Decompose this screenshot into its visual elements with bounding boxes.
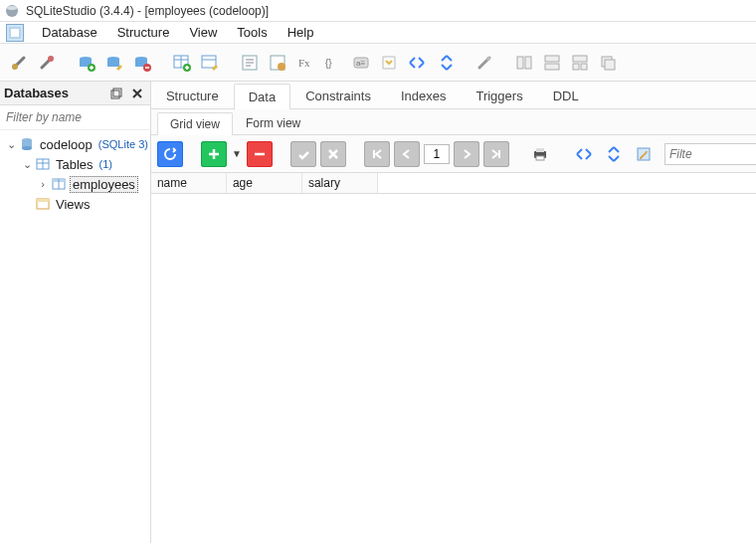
import-icon[interactable] xyxy=(376,50,402,76)
tile-vertical-icon[interactable] xyxy=(539,50,565,76)
open-sql-editor-icon[interactable] xyxy=(237,50,263,76)
svg-rect-36 xyxy=(605,60,615,70)
first-page-button[interactable] xyxy=(364,141,390,167)
database-tree[interactable]: ⌄ codeloop (SQLite 3) ⌄ Tables (1) › emp… xyxy=(0,130,150,543)
tab-ddl[interactable]: DDL xyxy=(538,83,594,108)
svg-rect-3 xyxy=(11,29,19,37)
tree-tables-count: (1) xyxy=(99,158,112,170)
populate-icon[interactable] xyxy=(631,141,657,167)
titlebar: SQLiteStudio (3.4.4) - [employees (codel… xyxy=(0,0,756,22)
sql-history-icon[interactable] xyxy=(265,50,290,76)
app-icon xyxy=(4,3,20,19)
databases-panel: Databases ⌄ codeloop (SQLite 3) ⌄ Tables… xyxy=(0,82,151,543)
svg-point-22 xyxy=(278,63,285,71)
new-table-icon[interactable] xyxy=(169,50,195,76)
menu-structure[interactable]: Structure xyxy=(107,23,180,42)
tree-tables-label: Tables xyxy=(54,157,95,172)
add-database-icon[interactable] xyxy=(74,50,99,76)
menubar: Database Structure View Tools Help xyxy=(0,22,756,44)
commit-button[interactable] xyxy=(290,141,316,167)
import-data-icon[interactable] xyxy=(601,141,627,167)
remove-database-icon[interactable] xyxy=(129,50,155,76)
tree-db-node[interactable]: ⌄ codeloop (SQLite 3) xyxy=(2,134,148,154)
menu-tools[interactable]: Tools xyxy=(227,23,277,42)
tree-table-label: employees xyxy=(70,176,138,193)
svg-rect-33 xyxy=(573,64,579,70)
edit-database-icon[interactable] xyxy=(101,50,127,76)
app-menu-icon[interactable] xyxy=(6,24,24,42)
column-header[interactable]: name xyxy=(151,173,227,193)
svg-point-4 xyxy=(12,64,18,70)
svg-point-41 xyxy=(22,146,32,150)
tab-data[interactable]: Data xyxy=(234,84,290,109)
svg-rect-49 xyxy=(37,199,49,202)
export-data-icon[interactable] xyxy=(571,141,597,167)
svg-rect-30 xyxy=(545,56,559,62)
page-number-input[interactable] xyxy=(424,144,450,164)
print-button[interactable] xyxy=(527,141,553,167)
rollback-button[interactable] xyxy=(320,141,346,167)
table-tabbar: Structure Data Constraints Indexes Trigg… xyxy=(151,82,756,109)
tree-tables-node[interactable]: ⌄ Tables (1) xyxy=(2,154,148,174)
svg-point-1 xyxy=(7,6,17,10)
tab-triggers[interactable]: Triggers xyxy=(461,83,537,108)
import-arrows-icon[interactable] xyxy=(432,50,458,76)
chevron-down-icon[interactable]: ⌄ xyxy=(4,138,18,151)
tab-constraints[interactable]: Constraints xyxy=(290,83,386,108)
svg-rect-52 xyxy=(536,156,544,160)
column-header[interactable]: age xyxy=(227,173,302,193)
export-arrows-icon[interactable] xyxy=(404,50,430,76)
data-filter-input[interactable] xyxy=(664,143,756,165)
prev-page-button[interactable] xyxy=(394,141,420,167)
data-toolbar: ▼ xyxy=(151,135,756,173)
tile-horizontal-icon[interactable] xyxy=(511,50,537,76)
blank-arrow xyxy=(20,198,34,210)
svg-rect-38 xyxy=(113,89,121,96)
disconnect-icon[interactable] xyxy=(34,50,60,76)
collation-editor-icon[interactable]: {} xyxy=(320,50,346,76)
cascade-icon[interactable] xyxy=(567,50,593,76)
chevron-right-icon[interactable]: › xyxy=(36,178,50,190)
refresh-button[interactable] xyxy=(157,141,183,167)
tables-folder-icon xyxy=(34,156,52,172)
add-row-dropdown[interactable]: ▼ xyxy=(231,148,243,159)
menu-help[interactable]: Help xyxy=(278,23,324,42)
menu-view[interactable]: View xyxy=(179,23,227,42)
data-grid[interactable]: name age salary xyxy=(151,173,756,543)
tree-table-item[interactable]: › employees xyxy=(2,174,148,194)
tree-views-node[interactable]: Views xyxy=(2,194,148,214)
settings-icon[interactable] xyxy=(472,50,497,76)
content-panel: Structure Data Constraints Indexes Trigg… xyxy=(151,82,756,543)
subtab-form-view[interactable]: Form view xyxy=(233,111,313,134)
function-editor-icon[interactable]: Fx xyxy=(292,50,318,76)
next-page-button[interactable] xyxy=(454,141,479,167)
data-subtabbar: Grid view Form view xyxy=(151,109,756,135)
database-filter-input[interactable] xyxy=(0,105,150,129)
table-icon xyxy=(50,176,68,192)
svg-text:{}: {} xyxy=(325,58,332,69)
connect-icon[interactable] xyxy=(6,50,32,76)
menu-database[interactable]: Database xyxy=(32,23,107,42)
tab-structure[interactable]: Structure xyxy=(151,83,234,108)
subtab-grid-view[interactable]: Grid view xyxy=(157,112,233,135)
svg-text:a≡: a≡ xyxy=(356,59,365,68)
main-toolbar: Fx {} a≡ xyxy=(0,44,756,82)
svg-point-27 xyxy=(486,57,490,61)
views-folder-icon xyxy=(34,196,52,212)
close-panel-icon[interactable] xyxy=(128,85,146,102)
last-page-button[interactable] xyxy=(483,141,509,167)
tree-db-tag: (SQLite 3) xyxy=(98,138,148,150)
window-list-icon[interactable] xyxy=(595,50,621,76)
add-row-button[interactable] xyxy=(201,141,227,167)
edit-table-icon[interactable] xyxy=(197,50,223,76)
databases-panel-header: Databases xyxy=(0,82,150,105)
delete-row-button[interactable] xyxy=(247,141,273,167)
svg-rect-34 xyxy=(581,64,587,70)
chevron-down-icon[interactable]: ⌄ xyxy=(20,158,34,171)
column-header[interactable]: salary xyxy=(302,173,378,193)
tree-views-label: Views xyxy=(54,197,92,212)
extension-icon[interactable]: a≡ xyxy=(348,50,374,76)
database-icon xyxy=(18,136,36,152)
restore-panel-icon[interactable] xyxy=(107,85,125,102)
tab-indexes[interactable]: Indexes xyxy=(386,83,462,108)
